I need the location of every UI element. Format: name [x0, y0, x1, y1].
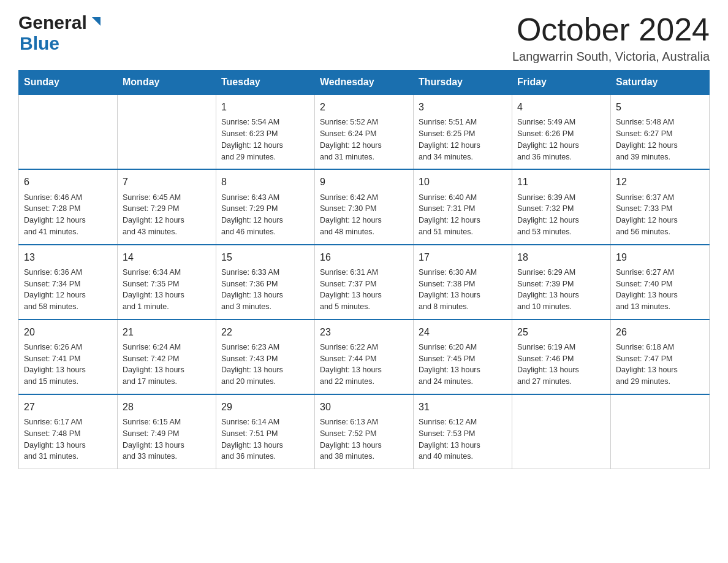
calendar-cell-w5-d5: 31Sunrise: 6:12 AM Sunset: 7:53 PM Dayli…	[414, 394, 512, 469]
calendar-cell-w1-d1	[19, 94, 118, 169]
calendar-cell-w4-d2: 21Sunrise: 6:24 AM Sunset: 7:42 PM Dayli…	[118, 320, 216, 394]
day-number: 17	[419, 250, 507, 264]
header-sunday: Sunday	[19, 71, 118, 95]
logo-triangle-icon	[89, 15, 103, 31]
week-row-5: 27Sunrise: 6:17 AM Sunset: 7:48 PM Dayli…	[19, 394, 710, 469]
day-number: 7	[123, 175, 211, 189]
day-info: Sunrise: 6:24 AM Sunset: 7:42 PM Dayligh…	[123, 342, 211, 388]
day-number: 28	[123, 400, 211, 414]
day-info: Sunrise: 6:15 AM Sunset: 7:49 PM Dayligh…	[123, 416, 211, 462]
calendar-cell-w1-d2	[118, 94, 216, 169]
day-number: 12	[616, 175, 704, 189]
calendar-cell-w3-d7: 19Sunrise: 6:27 AM Sunset: 7:40 PM Dayli…	[611, 245, 710, 320]
day-info: Sunrise: 6:40 AM Sunset: 7:31 PM Dayligh…	[419, 192, 507, 238]
day-number: 21	[123, 325, 211, 339]
day-number: 11	[517, 175, 605, 189]
calendar-cell-w4-d5: 24Sunrise: 6:20 AM Sunset: 7:45 PM Dayli…	[414, 320, 512, 394]
day-info: Sunrise: 6:36 AM Sunset: 7:34 PM Dayligh…	[24, 267, 112, 313]
calendar-cell-w2-d1: 6Sunrise: 6:46 AM Sunset: 7:28 PM Daylig…	[19, 169, 118, 244]
header-monday: Monday	[118, 71, 216, 95]
day-info: Sunrise: 5:49 AM Sunset: 6:26 PM Dayligh…	[517, 117, 605, 163]
day-number: 6	[24, 175, 112, 189]
calendar-cell-w1-d4: 2Sunrise: 5:52 AM Sunset: 6:24 PM Daylig…	[315, 94, 414, 169]
day-number: 4	[517, 100, 605, 114]
header-thursday: Thursday	[414, 71, 512, 95]
day-info: Sunrise: 5:52 AM Sunset: 6:24 PM Dayligh…	[320, 117, 408, 163]
day-number: 16	[320, 250, 408, 264]
calendar-cell-w3-d4: 16Sunrise: 6:31 AM Sunset: 7:37 PM Dayli…	[315, 245, 414, 320]
day-number: 20	[24, 325, 112, 339]
title-section: October 2024 Langwarrin South, Victoria,…	[512, 12, 710, 64]
day-info: Sunrise: 6:12 AM Sunset: 7:53 PM Dayligh…	[419, 416, 507, 462]
day-info: Sunrise: 6:26 AM Sunset: 7:41 PM Dayligh…	[24, 342, 112, 388]
calendar-cell-w5-d3: 29Sunrise: 6:14 AM Sunset: 7:51 PM Dayli…	[216, 394, 315, 469]
day-number: 3	[419, 100, 507, 114]
header-friday: Friday	[512, 71, 611, 95]
day-number: 14	[123, 250, 211, 264]
logo-general-text: General	[18, 12, 87, 33]
location-title: Langwarrin South, Victoria, Australia	[512, 50, 710, 64]
month-title: October 2024	[512, 12, 710, 47]
day-info: Sunrise: 6:33 AM Sunset: 7:36 PM Dayligh…	[221, 267, 309, 313]
calendar-cell-w5-d6	[512, 394, 611, 469]
calendar-cell-w5-d4: 30Sunrise: 6:13 AM Sunset: 7:52 PM Dayli…	[315, 394, 414, 469]
calendar-cell-w3-d3: 15Sunrise: 6:33 AM Sunset: 7:36 PM Dayli…	[216, 245, 315, 320]
calendar-cell-w4-d1: 20Sunrise: 6:26 AM Sunset: 7:41 PM Dayli…	[19, 320, 118, 394]
calendar-cell-w3-d6: 18Sunrise: 6:29 AM Sunset: 7:39 PM Dayli…	[512, 245, 611, 320]
day-info: Sunrise: 6:42 AM Sunset: 7:30 PM Dayligh…	[320, 192, 408, 238]
day-number: 5	[616, 100, 704, 114]
calendar-cell-w2-d5: 10Sunrise: 6:40 AM Sunset: 7:31 PM Dayli…	[414, 169, 512, 244]
svg-marker-0	[92, 17, 100, 26]
calendar-cell-w5-d7	[611, 394, 710, 469]
day-number: 10	[419, 175, 507, 189]
calendar-cell-w5-d1: 27Sunrise: 6:17 AM Sunset: 7:48 PM Dayli…	[19, 394, 118, 469]
day-info: Sunrise: 6:30 AM Sunset: 7:38 PM Dayligh…	[419, 267, 507, 313]
calendar-cell-w2-d2: 7Sunrise: 6:45 AM Sunset: 7:29 PM Daylig…	[118, 169, 216, 244]
header-saturday: Saturday	[611, 71, 710, 95]
calendar-cell-w5-d2: 28Sunrise: 6:15 AM Sunset: 7:49 PM Dayli…	[118, 394, 216, 469]
logo: General Blue	[18, 12, 103, 54]
calendar-cell-w4-d6: 25Sunrise: 6:19 AM Sunset: 7:46 PM Dayli…	[512, 320, 611, 394]
week-row-3: 13Sunrise: 6:36 AM Sunset: 7:34 PM Dayli…	[19, 245, 710, 320]
day-number: 1	[221, 100, 309, 114]
week-row-4: 20Sunrise: 6:26 AM Sunset: 7:41 PM Dayli…	[19, 320, 710, 394]
calendar-cell-w3-d2: 14Sunrise: 6:34 AM Sunset: 7:35 PM Dayli…	[118, 245, 216, 320]
day-info: Sunrise: 6:34 AM Sunset: 7:35 PM Dayligh…	[123, 267, 211, 313]
day-info: Sunrise: 6:23 AM Sunset: 7:43 PM Dayligh…	[221, 342, 309, 388]
calendar-cell-w4-d3: 22Sunrise: 6:23 AM Sunset: 7:43 PM Dayli…	[216, 320, 315, 394]
day-number: 13	[24, 250, 112, 264]
calendar-cell-w1-d5: 3Sunrise: 5:51 AM Sunset: 6:25 PM Daylig…	[414, 94, 512, 169]
day-number: 24	[419, 325, 507, 339]
day-number: 18	[517, 250, 605, 264]
calendar-cell-w1-d3: 1Sunrise: 5:54 AM Sunset: 6:23 PM Daylig…	[216, 94, 315, 169]
day-number: 30	[320, 400, 408, 414]
calendar-cell-w3-d1: 13Sunrise: 6:36 AM Sunset: 7:34 PM Dayli…	[19, 245, 118, 320]
day-number: 25	[517, 325, 605, 339]
header-wednesday: Wednesday	[315, 71, 414, 95]
day-number: 15	[221, 250, 309, 264]
calendar-cell-w2-d7: 12Sunrise: 6:37 AM Sunset: 7:33 PM Dayli…	[611, 169, 710, 244]
page-header: General Blue October 2024 Langwarrin Sou…	[18, 12, 710, 64]
header-tuesday: Tuesday	[216, 71, 315, 95]
day-info: Sunrise: 5:48 AM Sunset: 6:27 PM Dayligh…	[616, 117, 704, 163]
week-row-1: 1Sunrise: 5:54 AM Sunset: 6:23 PM Daylig…	[19, 94, 710, 169]
day-info: Sunrise: 6:46 AM Sunset: 7:28 PM Dayligh…	[24, 192, 112, 238]
day-info: Sunrise: 6:39 AM Sunset: 7:32 PM Dayligh…	[517, 192, 605, 238]
weekday-header-row: Sunday Monday Tuesday Wednesday Thursday…	[19, 71, 710, 95]
calendar-cell-w2-d3: 8Sunrise: 6:43 AM Sunset: 7:29 PM Daylig…	[216, 169, 315, 244]
calendar-cell-w4-d4: 23Sunrise: 6:22 AM Sunset: 7:44 PM Dayli…	[315, 320, 414, 394]
day-number: 22	[221, 325, 309, 339]
day-number: 29	[221, 400, 309, 414]
day-info: Sunrise: 6:19 AM Sunset: 7:46 PM Dayligh…	[517, 342, 605, 388]
day-info: Sunrise: 6:18 AM Sunset: 7:47 PM Dayligh…	[616, 342, 704, 388]
day-info: Sunrise: 5:51 AM Sunset: 6:25 PM Dayligh…	[419, 117, 507, 163]
week-row-2: 6Sunrise: 6:46 AM Sunset: 7:28 PM Daylig…	[19, 169, 710, 244]
day-info: Sunrise: 6:14 AM Sunset: 7:51 PM Dayligh…	[221, 416, 309, 462]
day-number: 19	[616, 250, 704, 264]
day-info: Sunrise: 6:17 AM Sunset: 7:48 PM Dayligh…	[24, 416, 112, 462]
day-number: 27	[24, 400, 112, 414]
day-info: Sunrise: 6:20 AM Sunset: 7:45 PM Dayligh…	[419, 342, 507, 388]
calendar-cell-w2-d6: 11Sunrise: 6:39 AM Sunset: 7:32 PM Dayli…	[512, 169, 611, 244]
day-info: Sunrise: 6:43 AM Sunset: 7:29 PM Dayligh…	[221, 192, 309, 238]
calendar-cell-w1-d6: 4Sunrise: 5:49 AM Sunset: 6:26 PM Daylig…	[512, 94, 611, 169]
